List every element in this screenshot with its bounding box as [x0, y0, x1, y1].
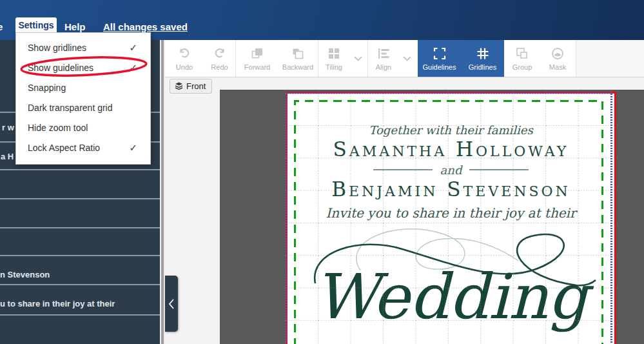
sidebar-collapse-button[interactable]: [165, 276, 178, 332]
align-icon: [376, 46, 391, 61]
menu-item-settings[interactable]: Settings: [15, 17, 57, 33]
card-and-divider[interactable]: and: [286, 164, 616, 176]
row-divider: [0, 255, 160, 256]
card-text-invite[interactable]: Invite you to share in their joy at thei…: [286, 205, 616, 221]
guidelines-icon: [432, 46, 447, 61]
chevron-down-icon: [403, 56, 411, 61]
align-label: Align: [376, 63, 391, 71]
toolbar-divider: [318, 40, 318, 77]
tiling-button[interactable]: Tiling: [319, 40, 349, 77]
undo-label: Undo: [176, 63, 193, 71]
tiling-icon: [327, 46, 341, 61]
settings-label: Settings: [18, 20, 54, 30]
saved-status-link[interactable]: All changes saved: [103, 21, 188, 32]
bring-forward-button[interactable]: Forward: [237, 40, 277, 77]
divider-rule: [373, 169, 433, 170]
row-divider: [0, 169, 160, 170]
card-content: Together with their families Samantha Ho…: [286, 92, 616, 344]
align-button[interactable]: Align: [369, 40, 398, 77]
card-text-intro[interactable]: Together with their families: [286, 92, 616, 137]
row-divider: [0, 314, 160, 316]
menu-item-dark-transparent-grid[interactable]: Dark transparent grid: [16, 97, 150, 117]
mask-button[interactable]: Mask: [540, 40, 575, 77]
layer-row[interactable]: u to share in their joy at their: [0, 299, 115, 309]
menu-item-partial[interactable]: e: [0, 21, 5, 34]
menu-item-label: Lock Aspect Ratio: [28, 143, 129, 153]
mask-icon: [550, 46, 565, 61]
tiling-dropdown-button[interactable]: [349, 40, 367, 77]
divider-rule: [469, 169, 529, 170]
checkmark-icon: ✓: [129, 42, 137, 54]
checkmark-icon: ✓: [129, 62, 137, 74]
app-window: e Settings Help All changes saved r w a …: [0, 0, 644, 344]
menu-item-label: Show gridlines: [28, 43, 129, 53]
menu-item-label: Hide zoom tool: [28, 123, 137, 133]
guidelines-toggle-button[interactable]: Guidelines: [418, 40, 461, 77]
tiling-label: Tiling: [326, 63, 342, 71]
canvas-area: Front Together with their families Saman…: [165, 77, 644, 344]
layer-row[interactable]: n Stevenson: [0, 270, 50, 279]
gridlines-icon: [475, 46, 491, 61]
layer-row[interactable]: r w: [2, 123, 14, 132]
view-toggles-group: Guidelines Gridlines: [418, 40, 504, 77]
bring-forward-icon: [249, 46, 265, 61]
undo-button[interactable]: Undo: [166, 40, 202, 77]
chevron-left-icon: [168, 298, 175, 310]
group-icon: [514, 46, 530, 61]
toolbar-divider: [367, 40, 368, 77]
front-label: Front: [186, 81, 206, 91]
menu-item-help[interactable]: Help: [64, 21, 86, 32]
backward-label: Backward: [282, 63, 313, 71]
mask-label: Mask: [549, 63, 566, 71]
redo-label: Redo: [211, 63, 228, 71]
undo-icon: [177, 46, 192, 61]
forward-label: Forward: [244, 63, 270, 71]
checkmark-icon: ✓: [129, 142, 137, 154]
gridlines-label: Gridlines: [469, 63, 496, 71]
editor-toolbar: Undo Redo Forward: [165, 40, 644, 77]
card-text-wedding[interactable]: Wedding: [286, 263, 616, 332]
card-text-and: and: [440, 163, 462, 177]
guidelines-label: Guidelines: [423, 63, 456, 71]
menu-item-hide-zoom-tool[interactable]: Hide zoom tool: [16, 117, 150, 137]
row-divider: [0, 198, 160, 199]
group-button[interactable]: Group: [504, 40, 540, 77]
chevron-down-icon: [354, 56, 362, 61]
card-text-name1[interactable]: Samantha Holloway: [286, 137, 616, 161]
send-backward-button[interactable]: Backward: [278, 40, 317, 77]
layers-icon: [175, 82, 183, 90]
menu-item-label: Dark transparent grid: [28, 103, 137, 113]
row-divider: [0, 284, 160, 285]
card-text-name2[interactable]: Benjamin Stevenson: [286, 177, 616, 201]
menu-item-snapping[interactable]: Snapping: [16, 77, 150, 97]
toolbar-spacer: [576, 40, 644, 77]
send-backward-icon: [290, 46, 306, 61]
align-dropdown-button[interactable]: [398, 40, 415, 77]
design-card[interactable]: Together with their families Samantha Ho…: [286, 92, 616, 344]
redo-button[interactable]: Redo: [202, 40, 237, 77]
row-divider: [0, 227, 160, 228]
front-side-button[interactable]: Front: [170, 79, 212, 94]
artboard-background: Together with their families Samantha Ho…: [220, 90, 644, 344]
group-label: Group: [512, 63, 532, 71]
gridlines-toggle-button[interactable]: Gridlines: [461, 40, 504, 77]
redo-icon: [212, 46, 228, 61]
settings-menu: Show gridlines ✓ Show guidelines ✓ Snapp…: [15, 32, 151, 165]
menu-item-label: Show guidelines: [28, 63, 129, 73]
toolbar-divider: [235, 40, 236, 77]
menu-item-lock-aspect-ratio[interactable]: Lock Aspect Ratio ✓: [16, 137, 150, 157]
menu-item-show-guidelines[interactable]: Show guidelines ✓: [16, 57, 150, 77]
sidebar-resize-handle[interactable]: [160, 40, 165, 344]
menu-item-label: Snapping: [28, 83, 137, 93]
layer-row[interactable]: a H: [1, 152, 14, 161]
menu-item-show-gridlines[interactable]: Show gridlines ✓: [16, 37, 150, 57]
